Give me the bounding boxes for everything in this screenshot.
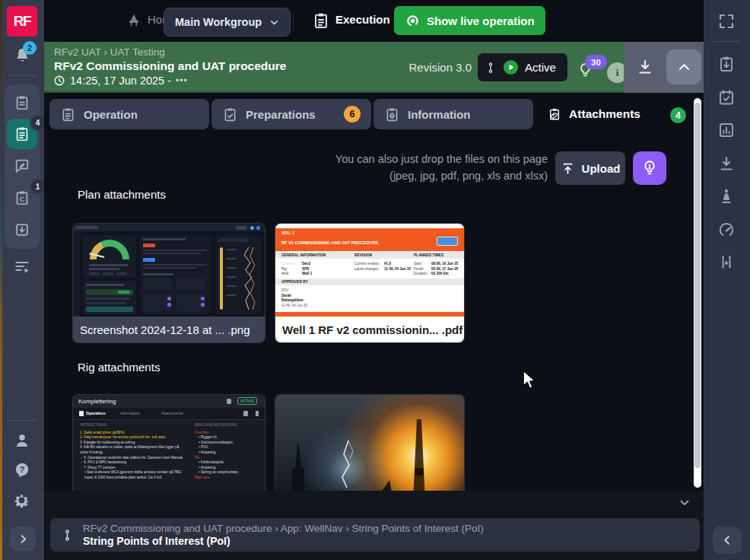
scrollbar-thumb[interactable] (694, 103, 701, 468)
content-scrollbar[interactable] (694, 98, 701, 488)
help-icon[interactable]: ? (13, 461, 31, 479)
doc-value: 11:49, 04 Jun 25 (384, 267, 411, 272)
doc-value: Dev3 (302, 262, 310, 267)
execution-icon (312, 11, 330, 30)
live-icon (405, 13, 421, 29)
gauge-icon[interactable] (717, 221, 736, 239)
download-procedure-icon[interactable] (636, 58, 654, 76)
preparations-tab-icon (222, 107, 238, 123)
komp-risk: • Ryggen fri. (195, 435, 259, 441)
active-status-button[interactable]: Active (478, 53, 567, 81)
pdf-col1: GENERAL INFORMATION (281, 253, 354, 257)
bar-chart-icon[interactable] (717, 121, 736, 139)
attachment-card-pdf[interactable]: WELL 1 RF V2 COMMISSIONING AND UAT PROCE… (275, 224, 464, 342)
mode-label: Execution (335, 13, 390, 26)
current-activity-bar[interactable]: RFv2 Commissioning and UAT procedure › A… (50, 518, 700, 552)
user-icon[interactable] (13, 431, 31, 450)
header-actions (624, 42, 704, 93)
pdf-approved-title: APPROVED BY (281, 280, 308, 284)
procedure-header: RFv2 UAT › UAT Testing RFv2 Commissionin… (44, 42, 624, 93)
attachment-filename: Screenshot 2024-12-18 at ... .png (73, 317, 265, 342)
sidebar-divider-bottom (8, 420, 36, 421)
route-connector-icon (61, 529, 74, 542)
calendar-check-icon[interactable] (717, 88, 736, 107)
clipboard-c-glyph: C (20, 196, 25, 203)
download-icon[interactable] (717, 154, 736, 173)
rig-photo-thumbnail (275, 395, 464, 491)
collapse-bottom-chevron-icon[interactable] (678, 495, 691, 509)
doc-label: Rig: (281, 267, 300, 272)
sidebar-procedure-group: 4 C 1 (5, 84, 40, 249)
more-dots[interactable]: ••• (176, 75, 188, 86)
rig-icon (126, 12, 142, 29)
sidebar-item-inbox[interactable] (7, 215, 37, 245)
attachment-card-screenshot[interactable]: Screenshot 2024-12-18 at ... .png (73, 224, 265, 342)
doc-label: Well: (281, 272, 300, 277)
komp-risk: • Amparing. (195, 466, 259, 471)
doc-label: Start: (414, 262, 429, 267)
komp-instruction: 2. Følg instruksjoner fra service person… (80, 435, 188, 441)
activity-list-icon[interactable] (13, 257, 31, 275)
collapse-right-sidebar-button[interactable] (713, 527, 742, 554)
status-label: Active (525, 61, 556, 74)
fullscreen-icon[interactable] (717, 12, 736, 30)
komp-risk: • God kommunikasjon. (195, 441, 259, 446)
doc-value: 0d 20h 0m (431, 272, 448, 277)
tab-preparations[interactable]: Preparations 6 (211, 99, 371, 129)
workgroup-dropdown[interactable]: Main Workgroup (164, 8, 291, 37)
attachments-panel: Operation Preparations 6 Information Att… (44, 93, 704, 491)
attachment-card-komplettering[interactable]: Komplettering ACTIVE Operation Informati… (73, 395, 265, 491)
komp-title: Komplettering (78, 398, 116, 405)
komp-risk: PS. (195, 456, 259, 461)
left-edge-strip (0, 0, 2, 560)
tubular-running-icon[interactable] (717, 253, 736, 272)
doc-value: 05:06, 17 Jun 25 (431, 267, 458, 272)
komp-instruction: • Start å drenere WCA gjennom doble annu… (80, 470, 188, 480)
settings-gear-icon[interactable] (12, 491, 31, 510)
show-live-operation-button[interactable]: Show live operation (394, 6, 545, 35)
komp-instruction: 6. PVU & MPU landestreng. (84, 460, 127, 464)
attachment-card-rig-photo[interactable] (275, 395, 464, 491)
komp-instruction: 7. Dispo TT pumpen. (84, 466, 116, 469)
operation-tab-icon (60, 107, 76, 123)
komp-risk: • Amparing. (195, 450, 259, 456)
check-icon: ✓ (80, 466, 83, 469)
collapse-header-button[interactable] (666, 49, 701, 84)
derrick-tool-icon[interactable] (717, 187, 736, 205)
preparations-badge: 6 (344, 106, 361, 123)
doc-label: Current revision: (354, 262, 382, 267)
upload-button[interactable]: Upload (555, 151, 625, 185)
app-root: Horizon56 Rig Main Workgroup Execution S… (0, 0, 750, 560)
ideas-badge: 30 (585, 55, 607, 69)
tips-bulb-button[interactable] (633, 151, 666, 185)
sidebar-divider (8, 75, 36, 76)
komp-tab3: Attachments (161, 411, 183, 415)
tab-attachments[interactable]: Attachments (537, 99, 651, 129)
app-logo[interactable]: RF (7, 6, 37, 37)
tab-operation[interactable]: Operation (49, 99, 209, 129)
expand-sidebar-button[interactable] (10, 527, 36, 551)
komp-tab1: Operation (86, 411, 105, 415)
pdf-col2: REVISION (354, 253, 414, 257)
chevron-down-icon (269, 18, 279, 27)
komp-risk: • Sikring av utstyr/verktøy. (195, 470, 259, 476)
bottom-panel: RFv2 Commissioning and UAT procedure › A… (44, 491, 704, 560)
breadcrumb[interactable]: RFv2 UAT › UAT Testing (54, 46, 165, 58)
doc-value: Well 1 (302, 272, 312, 277)
workgroup-label: Main Workgroup (175, 16, 262, 28)
pdf-thumbnail: WELL 1 RF V2 COMMISSIONING AND UAT PROCE… (275, 224, 464, 317)
tab-information-label: Information (408, 108, 471, 121)
handover-badge: 1 (30, 179, 46, 195)
pdf-doc-title: RF V2 COMMISSIONING AND UAT PROCEDURE (281, 240, 378, 245)
sidebar-item-comments[interactable] (7, 151, 37, 181)
doc-label: Latest changes: (354, 267, 382, 272)
upload-button-label: Upload (582, 162, 621, 175)
tab-information[interactable]: Information (373, 99, 533, 129)
clock-icon (53, 75, 65, 87)
sidebar-item-plans[interactable] (7, 88, 37, 118)
doc-label: Duration: (414, 272, 429, 277)
komp-right-title: RISKS AND MITIGATIONS (195, 423, 259, 428)
clipboard-download-icon[interactable] (717, 55, 736, 73)
komp-risk: • PVU. (195, 445, 259, 450)
pdf-approved-role: DSV (281, 288, 307, 294)
